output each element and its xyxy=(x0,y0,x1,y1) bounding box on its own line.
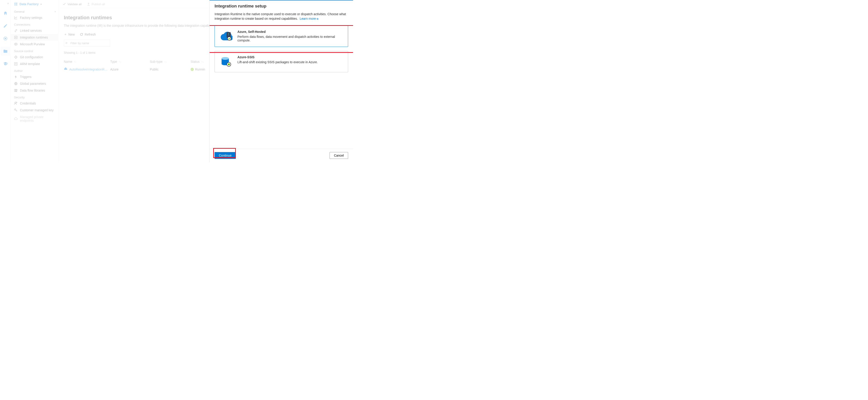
section-security: Security xyxy=(11,94,58,100)
svg-point-14 xyxy=(228,33,229,34)
svg-rect-2 xyxy=(14,3,16,4)
refresh-button[interactable]: Refresh xyxy=(80,33,96,36)
chart-icon xyxy=(14,16,18,20)
panel-title: Integration runtime setup xyxy=(215,4,348,9)
label: Microsoft Purview xyxy=(20,42,45,46)
option-azure-self-hosted[interactable]: Azure, Self-Hosted Perform data flows, d… xyxy=(215,26,348,47)
filter-input[interactable] xyxy=(64,40,110,47)
eye-icon xyxy=(14,42,18,46)
rail-manage-icon[interactable] xyxy=(1,47,10,56)
new-button[interactable]: ＋ New xyxy=(64,32,75,36)
status-ok-icon: ✓ xyxy=(191,68,194,71)
svg-rect-5 xyxy=(16,4,17,5)
filter-icon: ⎚ xyxy=(66,41,67,45)
sort-icon[interactable]: ↑↓ xyxy=(119,60,121,63)
sidebar-item-mpe: Managed private endpoints xyxy=(11,114,58,124)
svg-rect-3 xyxy=(16,3,17,4)
option-title: Azure, Self-Hosted xyxy=(238,30,343,33)
external-link-icon: ⧉ xyxy=(317,18,318,20)
cloud-icon xyxy=(64,67,67,72)
svg-point-1 xyxy=(5,38,6,39)
brand-label: Data Factory xyxy=(20,2,39,6)
sidebar-item-global-params[interactable]: Global parameters xyxy=(11,80,58,87)
label: New xyxy=(68,33,75,36)
sidebar-item-arm[interactable]: ARM template xyxy=(11,60,58,67)
svg-point-11 xyxy=(15,102,16,103)
chevron-down-icon: ▾ xyxy=(40,3,42,5)
rail-monitor-icon[interactable] xyxy=(1,34,10,43)
svg-point-8 xyxy=(16,44,16,45)
learn-more-link[interactable]: Learn more ⧉ xyxy=(300,17,318,20)
section-general: General xyxy=(11,8,58,14)
section-source: Source control xyxy=(11,48,58,54)
rail-author-icon[interactable] xyxy=(1,21,10,30)
sidebar-brand[interactable]: Data Factory ▾ xyxy=(11,0,58,8)
label: Git configuration xyxy=(20,55,43,59)
sidebar-collapse-icon[interactable]: « xyxy=(55,10,56,13)
col-type[interactable]: Type xyxy=(110,60,117,63)
cloud-icon xyxy=(14,117,18,120)
rail-expand-icon[interactable]: » xyxy=(7,2,9,5)
label: Customer managed key xyxy=(20,108,54,112)
sidebar-item-cmk[interactable]: Customer managed key xyxy=(11,107,58,114)
sidebar-item-integration-runtimes[interactable]: Integration runtimes xyxy=(11,34,58,41)
person-icon xyxy=(14,102,18,105)
sidebar-item-linked-services[interactable]: Linked services xyxy=(11,27,58,34)
label: Publish all xyxy=(92,2,105,6)
link-icon xyxy=(14,29,18,32)
sidebar-item-triggers[interactable]: Triggers xyxy=(11,74,58,80)
option-desc: Perform data flows, data movement and di… xyxy=(238,35,343,42)
left-rail: » xyxy=(0,0,11,162)
row-type: Azure xyxy=(110,67,150,71)
validate-all-button[interactable]: Validate all xyxy=(62,2,82,6)
svg-rect-9 xyxy=(14,62,17,65)
label: Factory settings xyxy=(20,16,42,20)
option-azure-ssis[interactable]: Azure-SSIS Lift-and-shift existing SSIS … xyxy=(215,51,348,72)
sort-icon[interactable]: ↑↓ xyxy=(74,60,76,63)
label: Triggers xyxy=(20,75,31,79)
svg-point-7 xyxy=(16,37,16,38)
plus-icon: ＋ xyxy=(64,32,67,36)
row-status: Runnin xyxy=(195,67,205,71)
rail-learn-icon[interactable] xyxy=(1,59,10,68)
col-name[interactable]: Name xyxy=(64,60,72,63)
sort-icon[interactable]: ↑↓ xyxy=(164,60,167,63)
sidebar-item-purview[interactable]: Microsoft Purview xyxy=(11,41,58,48)
label: Refresh xyxy=(85,33,96,36)
bolt-icon xyxy=(14,75,18,79)
col-status[interactable]: Status xyxy=(191,60,199,63)
section-author: Author xyxy=(11,67,58,74)
ssis-database-icon xyxy=(220,55,232,68)
sidebar-item-factory-settings[interactable]: Factory settings xyxy=(11,14,58,21)
label: Validate all xyxy=(67,2,82,6)
continue-button[interactable]: Continue xyxy=(215,152,236,159)
sort-icon[interactable]: ↑↓ xyxy=(202,60,204,63)
azure-cloud-icon xyxy=(220,30,232,42)
library-icon xyxy=(14,89,18,92)
section-connections: Connections xyxy=(11,21,58,27)
col-sub[interactable]: Sub-type xyxy=(150,60,162,63)
svg-rect-6 xyxy=(14,36,17,39)
template-icon xyxy=(14,62,18,66)
sidebar-item-dataflow-libs[interactable]: Data flow libraries xyxy=(11,87,58,94)
label: Data flow libraries xyxy=(20,89,45,92)
label: Integration runtimes xyxy=(20,35,48,39)
label: Managed private endpoints xyxy=(20,115,55,122)
key-icon xyxy=(14,108,18,112)
svg-point-18 xyxy=(222,57,229,60)
rail-home-icon[interactable] xyxy=(1,9,10,18)
cancel-button[interactable]: Cancel xyxy=(330,152,348,159)
row-name-link[interactable]: AutoResolveIntegrationR… xyxy=(69,67,108,71)
row-sub: Public xyxy=(150,67,191,71)
svg-rect-4 xyxy=(14,4,16,5)
label: Credentials xyxy=(20,102,36,105)
svg-rect-20 xyxy=(228,63,230,65)
sidebar-item-credentials[interactable]: Credentials xyxy=(11,100,58,107)
label: Linked services xyxy=(20,29,42,32)
sidebar-item-git[interactable]: Git configuration xyxy=(11,54,58,60)
option-desc: Lift-and-shift existing SSIS packages to… xyxy=(238,60,318,64)
option-title: Azure-SSIS xyxy=(238,55,318,59)
globe-icon xyxy=(14,82,18,85)
git-icon xyxy=(14,55,18,59)
svg-point-15 xyxy=(228,34,229,35)
